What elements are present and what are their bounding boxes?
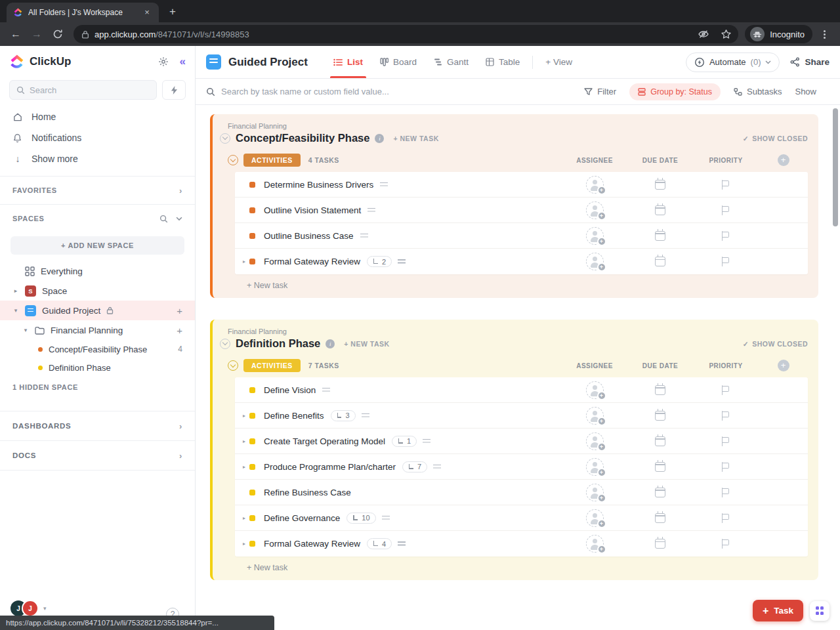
task-status-bullet[interactable] — [249, 259, 255, 264]
avatar[interactable]: J — [22, 600, 39, 617]
browser-menu-icon[interactable] — [815, 25, 833, 43]
assignee-avatar[interactable]: + — [586, 535, 604, 553]
due-date-icon[interactable] — [655, 411, 665, 421]
task-name[interactable]: Outline Vision Statement — [264, 205, 361, 215]
assignee-avatar[interactable]: + — [586, 253, 604, 270]
add-assignee-icon[interactable]: + — [597, 262, 606, 272]
collapse-sidebar-icon[interactable]: « — [180, 55, 186, 68]
due-date-icon[interactable] — [655, 205, 665, 215]
chevron-down-icon[interactable]: ▾ — [22, 327, 29, 333]
task-status-bullet[interactable] — [249, 490, 255, 495]
expand-right-icon[interactable]: ▸ — [12, 287, 19, 294]
subtask-count-pill[interactable]: 2 — [367, 256, 392, 267]
task-search-input[interactable] — [221, 87, 571, 96]
due-date-icon[interactable] — [655, 257, 665, 266]
priority-flag-icon[interactable] — [722, 539, 730, 549]
task-row[interactable]: Outline Vision Statement + — [235, 198, 808, 223]
sidebar-item-home[interactable]: Home — [0, 106, 195, 127]
subtask-count-pill[interactable]: 7 — [402, 461, 427, 472]
show-closed-button[interactable]: SHOW CLOSED — [752, 340, 808, 348]
description-icon[interactable] — [360, 233, 368, 239]
scrollbar-thumb[interactable] — [833, 108, 838, 226]
assignee-avatar[interactable]: + — [586, 509, 604, 527]
add-assignee-icon[interactable]: + — [597, 545, 606, 554]
due-date-icon[interactable] — [655, 180, 665, 190]
tab-table[interactable]: Table — [477, 46, 528, 78]
priority-flag-icon[interactable] — [722, 411, 730, 421]
docs-section-header[interactable]: DOCS › — [0, 441, 195, 470]
expand-task-icon[interactable]: ▸ — [239, 515, 249, 521]
collapse-group-icon[interactable] — [220, 133, 230, 144]
task-status-bullet[interactable] — [249, 207, 255, 213]
collapse-status-icon[interactable] — [228, 360, 238, 371]
assignee-avatar[interactable]: + — [586, 227, 604, 245]
assignee-avatar[interactable]: + — [586, 484, 604, 501]
spaces-section-header[interactable]: SPACES — [0, 205, 195, 232]
settings-gear-icon[interactable] — [158, 56, 169, 67]
task-name[interactable]: Refine Business Case — [264, 488, 351, 497]
description-icon[interactable] — [398, 541, 406, 547]
description-icon[interactable] — [382, 515, 390, 521]
browser-tab[interactable]: All Folders | J's Workspace × — [7, 3, 159, 22]
show-closed-button[interactable]: SHOW CLOSED — [752, 135, 808, 142]
task-status-bullet[interactable] — [249, 464, 255, 470]
bookmark-star-icon[interactable] — [717, 26, 734, 43]
priority-flag-icon[interactable] — [722, 462, 730, 472]
task-name[interactable]: Create Target Operating Model — [264, 436, 385, 446]
sidebar-item-everything[interactable]: Everything — [0, 261, 195, 281]
new-tab-button[interactable]: + — [164, 3, 181, 20]
task-row[interactable]: ▸ Create Target Operating Model 1 + — [235, 429, 808, 454]
priority-flag-icon[interactable] — [722, 257, 730, 266]
due-date-icon[interactable] — [655, 539, 665, 549]
add-to-space-icon[interactable]: + — [177, 305, 182, 316]
task-name[interactable]: Define Vision — [264, 385, 316, 395]
tab-list[interactable]: List — [325, 46, 371, 78]
add-assignee-icon[interactable]: + — [597, 519, 606, 528]
priority-flag-icon[interactable] — [722, 436, 730, 446]
group-title[interactable]: Definition Phase — [236, 337, 320, 350]
breadcrumb[interactable]: Financial Planning — [228, 122, 818, 130]
share-button[interactable]: Share — [790, 57, 830, 67]
add-assignee-icon[interactable]: + — [597, 442, 606, 452]
expand-task-icon[interactable]: ▸ — [239, 464, 249, 470]
sidebar-item-folder[interactable]: ▾ Financial Planning + — [0, 320, 195, 340]
assignee-avatar[interactable]: + — [586, 432, 604, 450]
sidebar-item-show-more[interactable]: ↓ Show more — [0, 148, 195, 169]
collapse-status-icon[interactable] — [228, 155, 238, 165]
back-button[interactable]: ← — [7, 25, 25, 43]
assignee-avatar[interactable]: + — [586, 381, 604, 399]
task-name[interactable]: Produce Programme Plan/charter — [264, 462, 396, 472]
description-icon[interactable] — [398, 259, 406, 264]
url-bar[interactable]: app.clickup.com/8471071/v/l/s/14998853 — [74, 25, 738, 43]
subtasks-button[interactable]: Subtasks — [734, 87, 782, 96]
add-assignee-icon[interactable]: + — [597, 417, 606, 426]
info-icon[interactable]: i — [375, 134, 384, 143]
subtask-count-pill[interactable]: 10 — [346, 513, 375, 524]
add-assignee-icon[interactable]: + — [597, 468, 606, 477]
add-view-button[interactable]: + View — [537, 46, 581, 78]
task-row[interactable]: Determine Business Drivers + — [235, 172, 808, 198]
sidebar-item-notifications[interactable]: Notifications — [0, 127, 195, 148]
task-name[interactable]: Define Benefits — [264, 411, 324, 421]
add-assignee-icon[interactable]: + — [597, 237, 606, 246]
task-row[interactable]: ▸ Produce Programme Plan/charter 7 + — [235, 454, 808, 480]
show-button[interactable]: Show — [795, 87, 816, 96]
expand-task-icon[interactable]: ▸ — [239, 541, 249, 547]
description-icon[interactable] — [322, 387, 330, 393]
new-task-button[interactable]: + New task — [247, 281, 818, 290]
expand-task-icon[interactable]: ▸ — [239, 413, 249, 419]
chevron-down-icon[interactable]: ▾ — [12, 307, 19, 314]
subtask-count-pill[interactable]: 3 — [331, 410, 356, 421]
task-status-bullet[interactable] — [249, 387, 255, 393]
assignee-avatar[interactable]: + — [586, 201, 604, 219]
due-date-icon[interactable] — [655, 513, 665, 523]
task-name[interactable]: Determine Business Drivers — [264, 180, 373, 190]
description-icon[interactable] — [433, 464, 441, 470]
task-status-bullet[interactable] — [249, 233, 255, 239]
breadcrumb[interactable]: Financial Planning — [228, 327, 818, 335]
quick-action-bolt-button[interactable] — [162, 80, 186, 100]
group-by-button[interactable]: Group by: Status — [629, 83, 721, 100]
due-date-icon[interactable] — [655, 488, 665, 497]
add-column-button[interactable]: + — [778, 154, 789, 166]
info-icon[interactable]: i — [326, 339, 335, 348]
